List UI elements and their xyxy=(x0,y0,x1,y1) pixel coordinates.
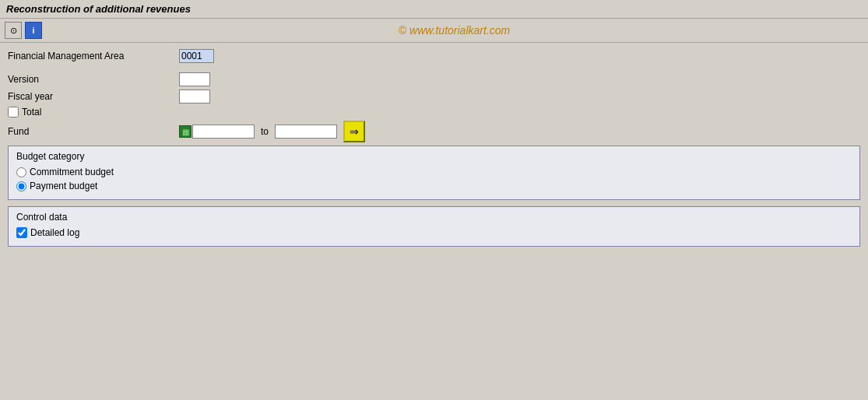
total-checkbox[interactable] xyxy=(8,107,19,118)
version-label: Version xyxy=(8,74,179,85)
commitment-budget-radio[interactable] xyxy=(16,167,26,177)
budget-category-section: Budget category Commitment budget Paymen… xyxy=(8,146,860,200)
financial-management-area-label: Financial Management Area xyxy=(8,51,179,61)
budget-category-title: Budget category xyxy=(16,151,852,162)
detailed-log-row: Detailed log xyxy=(16,227,852,238)
main-window: Reconstruction of additional revenues ⊙ … xyxy=(0,0,868,400)
payment-budget-row: Payment budget xyxy=(16,181,852,191)
commitment-budget-row: Commitment budget xyxy=(16,167,852,177)
fund-to-input[interactable] xyxy=(275,125,337,139)
version-row: Version xyxy=(8,72,860,86)
arrow-icon: ⇒ xyxy=(350,125,359,138)
commitment-budget-label[interactable]: Commitment budget xyxy=(30,167,114,177)
title-bar: Reconstruction of additional revenues xyxy=(0,0,868,19)
fiscal-year-row: Fiscal year xyxy=(8,89,860,104)
fund-search-icon[interactable] xyxy=(179,125,192,138)
fiscal-year-input[interactable] xyxy=(179,89,210,104)
execute-button[interactable]: ⇒ xyxy=(343,121,365,142)
info-icon: i xyxy=(32,26,34,35)
watermark: © www.tutorialkart.com xyxy=(45,24,863,37)
info-button[interactable]: i xyxy=(25,22,42,39)
payment-budget-label[interactable]: Payment budget xyxy=(30,181,97,191)
financial-management-area-row: Financial Management Area xyxy=(8,49,860,63)
financial-management-area-input[interactable] xyxy=(179,49,214,63)
detailed-log-checkbox[interactable] xyxy=(16,227,27,238)
fiscal-year-label: Fiscal year xyxy=(8,91,179,102)
control-data-title: Control data xyxy=(16,212,852,223)
control-data-section: Control data Detailed log xyxy=(8,206,860,247)
fund-label: Fund xyxy=(8,126,179,137)
version-input[interactable] xyxy=(179,72,210,86)
fund-row: Fund to ⇒ xyxy=(8,121,860,142)
fund-to-label: to xyxy=(261,126,269,137)
payment-budget-radio[interactable] xyxy=(16,181,26,191)
page-title: Reconstruction of additional revenues xyxy=(6,3,191,15)
fund-from-input[interactable] xyxy=(192,125,255,139)
total-row: Total xyxy=(8,107,860,118)
total-label[interactable]: Total xyxy=(22,107,41,118)
detailed-log-label[interactable]: Detailed log xyxy=(30,227,79,238)
back-button[interactable]: ⊙ xyxy=(5,22,22,39)
main-content: Financial Management Area Version Fiscal… xyxy=(0,43,868,400)
back-icon: ⊙ xyxy=(10,26,17,36)
toolbar: ⊙ i © www.tutorialkart.com xyxy=(0,19,868,43)
